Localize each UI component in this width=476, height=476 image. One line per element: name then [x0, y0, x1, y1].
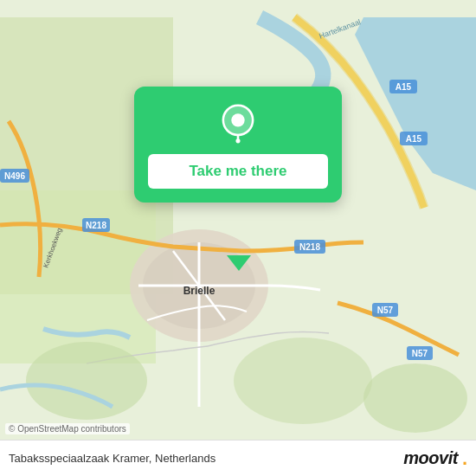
svg-text:N496: N496 — [4, 171, 25, 181]
take-me-there-button[interactable]: Take me there — [148, 154, 328, 189]
moovit-dot-icon: . — [462, 447, 467, 470]
svg-point-31 — [235, 138, 240, 143]
map-svg: A15 A15 N218 N218 N57 N57 N496 Kerkhoekw… — [0, 0, 476, 476]
svg-text:N57: N57 — [377, 306, 394, 315]
location-pin-icon — [217, 104, 259, 145]
map-container: A15 A15 N218 N218 N57 N57 N496 Kerkhoekw… — [0, 0, 476, 476]
location-label: Tabaksspeciaalzaak Kramer, Netherlands — [9, 452, 215, 465]
svg-text:A15: A15 — [406, 134, 422, 144]
svg-text:Brielle: Brielle — [183, 285, 215, 297]
svg-text:N218: N218 — [86, 221, 106, 230]
svg-text:N218: N218 — [299, 242, 320, 252]
moovit-text: moovit — [403, 448, 458, 468]
moovit-logo: moovit . — [403, 447, 467, 470]
svg-point-26 — [234, 338, 372, 424]
svg-point-30 — [231, 113, 244, 126]
bottom-bar: Tabaksspeciaalzaak Kramer, Netherlands m… — [0, 440, 476, 476]
svg-point-25 — [26, 342, 147, 420]
svg-text:A15: A15 — [396, 82, 412, 92]
svg-text:N57: N57 — [412, 349, 428, 358]
popup-card: Take me there — [134, 87, 342, 203]
svg-point-27 — [363, 363, 467, 433]
copyright-text: © OpenStreetMap contributors — [5, 423, 130, 434]
